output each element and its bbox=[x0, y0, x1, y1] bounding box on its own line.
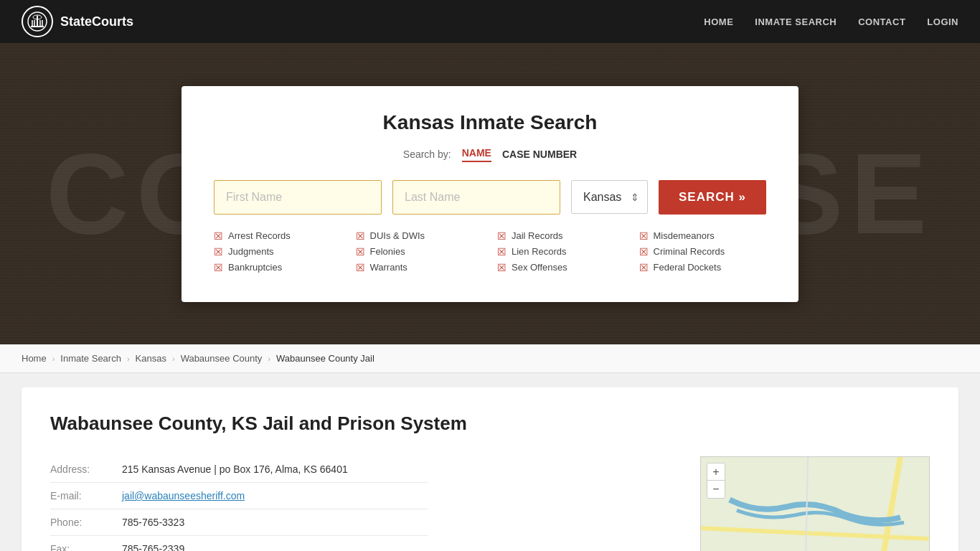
checklist-item: ☒Sex Offenses bbox=[497, 262, 625, 273]
check-icon: ☒ bbox=[214, 262, 223, 273]
breadcrumb-wabaunsee[interactable]: Wabaunsee County bbox=[181, 353, 263, 364]
map-zoom-in-button[interactable]: + bbox=[707, 463, 725, 481]
content-layout: Address: 215 Kansas Avenue | po Box 176,… bbox=[50, 456, 930, 551]
logo-icon bbox=[22, 6, 53, 37]
phone-value: 785-765-3323 bbox=[122, 509, 428, 536]
breadcrumb-kansas[interactable]: Kansas bbox=[136, 353, 166, 364]
check-icon: ☒ bbox=[214, 230, 223, 242]
checklist-item: ☒Arrest Records bbox=[214, 230, 341, 242]
checklist-item: ☒Jail Records bbox=[497, 230, 625, 242]
breadcrumb: Home › Inmate Search › Kansas › Wabaunse… bbox=[0, 344, 980, 373]
hero-background: Kansas Inmate Search Search by: NAME CAS… bbox=[0, 43, 980, 344]
checklist-grid: ☒Arrest Records☒DUIs & DWIs☒Jail Records… bbox=[214, 230, 766, 273]
breadcrumb-sep-4: › bbox=[268, 354, 270, 363]
fax-value: 785-765-2339 bbox=[122, 536, 428, 552]
check-icon: ☒ bbox=[214, 246, 223, 258]
nav-links: HOME INMATE SEARCH CONTACT LOGIN bbox=[704, 17, 958, 27]
content-left: Address: 215 Kansas Avenue | po Box 176,… bbox=[50, 456, 679, 551]
search-inputs: Kansas Alabama Alaska Arizona Arkansas C… bbox=[214, 180, 766, 215]
header: StateCourts HOME INMATE SEARCH CONTACT L… bbox=[0, 0, 980, 43]
check-icon: ☒ bbox=[497, 262, 507, 273]
check-icon: ☒ bbox=[497, 246, 507, 258]
breadcrumb-sep-2: › bbox=[127, 354, 130, 363]
check-icon: ☒ bbox=[639, 246, 649, 258]
address-row: Address: 215 Kansas Avenue | po Box 176,… bbox=[50, 456, 428, 483]
breadcrumb-sep-1: › bbox=[52, 354, 55, 363]
breadcrumb-inmate-search[interactable]: Inmate Search bbox=[60, 353, 121, 364]
phone-label: Phone: bbox=[50, 509, 122, 536]
address-value: 215 Kansas Avenue | po Box 176, Alma, KS… bbox=[122, 456, 428, 483]
last-name-input[interactable] bbox=[392, 180, 560, 215]
checklist-item: ☒Federal Dockets bbox=[639, 262, 767, 273]
checklist-item: ☒Judgments bbox=[214, 246, 341, 258]
map-zoom-out-button[interactable]: − bbox=[707, 481, 725, 498]
address-label: Address: bbox=[50, 456, 122, 483]
fax-label: Fax: bbox=[50, 536, 122, 552]
check-icon: ☒ bbox=[639, 230, 649, 242]
svg-rect-1 bbox=[31, 26, 44, 27]
checklist-item: ☒Felonies bbox=[356, 246, 484, 258]
state-select[interactable]: Kansas Alabama Alaska Arizona Arkansas C… bbox=[571, 180, 648, 214]
content-card: Wabaunsee County, KS Jail and Prison Sys… bbox=[22, 387, 958, 551]
search-by-label: Search by: bbox=[403, 149, 451, 160]
phone-row: Phone: 785-765-3323 bbox=[50, 509, 428, 536]
svg-rect-2 bbox=[37, 16, 38, 26]
nav-home[interactable]: HOME bbox=[704, 17, 733, 27]
main-content: Wabaunsee County, KS Jail and Prison Sys… bbox=[0, 373, 980, 551]
checklist-item: ☒Misdemeanors bbox=[639, 230, 767, 242]
breadcrumb-home[interactable]: Home bbox=[22, 353, 47, 364]
checklist-item: ☒Lien Records bbox=[497, 246, 625, 258]
search-card: Kansas Inmate Search Search by: NAME CAS… bbox=[182, 86, 798, 302]
logo-text: StateCourts bbox=[60, 14, 133, 29]
check-icon: ☒ bbox=[356, 230, 365, 242]
email-link[interactable]: jail@wabaunseesheriff.com bbox=[122, 490, 245, 501]
logo-area: StateCourts bbox=[22, 6, 133, 37]
tab-case[interactable]: CASE NUMBER bbox=[502, 149, 577, 160]
email-label: E-mail: bbox=[50, 483, 122, 509]
tab-name[interactable]: NAME bbox=[462, 147, 491, 162]
map-container: + − bbox=[700, 456, 930, 551]
first-name-input[interactable] bbox=[214, 180, 382, 215]
checklist-item: ☒Criminal Records bbox=[639, 246, 767, 258]
breadcrumb-sep-3: › bbox=[172, 354, 175, 363]
fax-row: Fax: 785-765-2339 bbox=[50, 536, 428, 552]
search-by-row: Search by: NAME CASE NUMBER bbox=[214, 147, 766, 162]
nav-contact[interactable]: CONTACT bbox=[858, 17, 905, 27]
breadcrumb-current: Wabaunsee County Jail bbox=[276, 353, 374, 364]
checklist-item: ☒Warrants bbox=[356, 262, 484, 273]
map-controls: + − bbox=[707, 463, 725, 499]
check-icon: ☒ bbox=[497, 230, 507, 242]
email-value: jail@wabaunseesheriff.com bbox=[122, 483, 428, 509]
search-button[interactable]: SEARCH » bbox=[659, 180, 766, 215]
content-title: Wabaunsee County, KS Jail and Prison Sys… bbox=[50, 413, 930, 435]
checklist-item: ☒Bankruptcies bbox=[214, 262, 341, 273]
state-select-wrapper: Kansas Alabama Alaska Arizona Arkansas C… bbox=[571, 180, 648, 215]
nav-login[interactable]: LOGIN bbox=[927, 17, 958, 27]
search-card-title: Kansas Inmate Search bbox=[214, 111, 766, 134]
check-icon: ☒ bbox=[356, 246, 365, 258]
checklist-item: ☒DUIs & DWIs bbox=[356, 230, 484, 242]
check-icon: ☒ bbox=[356, 262, 365, 273]
nav-inmate-search[interactable]: INMATE SEARCH bbox=[755, 17, 837, 27]
check-icon: ☒ bbox=[639, 262, 649, 273]
email-row: E-mail: jail@wabaunseesheriff.com bbox=[50, 483, 428, 509]
info-table: Address: 215 Kansas Avenue | po Box 176,… bbox=[50, 456, 428, 551]
